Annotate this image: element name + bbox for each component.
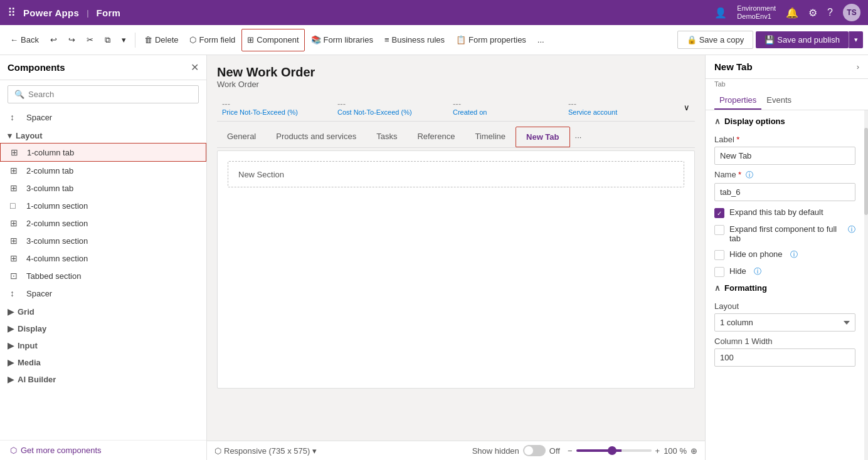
back-icon: ← [10, 35, 18, 44]
bell-icon[interactable]: 🔔 [786, 7, 798, 19]
sidebar-section-ai[interactable]: ▶ AI Builder [0, 370, 206, 387]
tab-tasks[interactable]: Tasks [366, 127, 407, 147]
name-input[interactable] [714, 183, 855, 201]
save-publish-button[interactable]: 💾 Save and publish [756, 31, 849, 48]
component-button[interactable]: ⊞ Component [241, 29, 304, 51]
sidebar-item-2column-tab[interactable]: ⊞ 2-column tab [0, 162, 206, 179]
zoom-plus[interactable]: + [655, 446, 660, 456]
scrollbar-thumb [864, 128, 868, 216]
sidebar-item-1column-section[interactable]: □ 1-column section [0, 197, 206, 214]
tab-new-tab[interactable]: New Tab [516, 127, 570, 147]
hide-phone-info-icon[interactable]: ⓘ [790, 249, 798, 260]
field-dots-1: --- [222, 99, 327, 108]
tab-timeline[interactable]: Timeline [465, 127, 516, 147]
display-options-header[interactable]: ∧ Display options [714, 110, 855, 130]
delete-button[interactable]: 🗑 Delete [139, 29, 184, 51]
form-content-area: New Section [217, 150, 695, 389]
toolbar-separator-1 [135, 33, 135, 48]
field-label-service: Service account [568, 108, 674, 116]
sidebar-item-spacer-top[interactable]: ↕ Spacer [0, 108, 206, 126]
sidebar-section-grid[interactable]: ▶ Grid [0, 302, 206, 319]
help-icon[interactable]: ? [827, 7, 833, 18]
responsive-arrow: ▾ [312, 446, 317, 456]
toggle-state: Off [549, 446, 560, 456]
sidebar-section-display[interactable]: ▶ Display [0, 319, 206, 336]
header-chevron[interactable]: ∨ [679, 100, 695, 115]
3column-tab-label: 3-column tab [26, 184, 73, 193]
copy-button[interactable]: ⧉ [100, 29, 115, 51]
avatar[interactable]: TS [843, 4, 860, 21]
layout-select[interactable]: 1 column 2 columns 3 columns [714, 313, 855, 332]
sidebar: Components ✕ 🔍 ↕ Spacer ▾ Layout ⊞ 1-col… [0, 55, 207, 460]
tab-events[interactable]: Events [761, 91, 797, 110]
save-publish-dropdown[interactable]: ▾ [849, 31, 863, 48]
form-field-icon: ⬡ [189, 35, 196, 44]
sidebar-section-media[interactable]: ▶ Media [0, 353, 206, 370]
header-field-price: --- Price Not-To-Exceed (%) [217, 97, 332, 118]
sidebar-item-spacer[interactable]: ↕ Spacer [0, 285, 206, 302]
tab-products-services[interactable]: Products and services [266, 127, 366, 147]
right-panel-title: New Tab [714, 61, 753, 72]
save-copy-icon: 🔒 [687, 35, 697, 44]
undo-button[interactable]: ↩ [45, 29, 62, 51]
sidebar-item-tabbed-section[interactable]: ⊡ Tabbed section [0, 267, 206, 285]
show-hidden-toggle[interactable] [523, 445, 546, 456]
expand-first-info-icon[interactable]: ⓘ [848, 224, 855, 235]
col1-width-input[interactable] [714, 348, 855, 367]
tab-reference[interactable]: Reference [407, 127, 465, 147]
redo-button[interactable]: ↪ [63, 29, 80, 51]
business-rules-label: Business rules [392, 35, 445, 44]
tab-more-button[interactable]: ··· [570, 127, 587, 147]
expand-tab-checkbox[interactable]: ✓ [714, 208, 724, 218]
person-icon[interactable]: 👤 [714, 7, 727, 19]
sidebar-item-1column-tab[interactable]: ⊞ 1-column tab [0, 143, 206, 162]
search-input[interactable] [28, 90, 192, 99]
spacer-label: Spacer [26, 113, 52, 122]
3column-section-label: 3-column section [26, 236, 88, 246]
grid-icon[interactable]: ⠿ [8, 6, 16, 19]
form-properties-button[interactable]: 📋 Form properties [451, 29, 531, 51]
name-required-star: * [738, 170, 741, 179]
tab-general[interactable]: General [217, 127, 266, 147]
hide-checkbox[interactable] [714, 267, 724, 277]
hide-phone-checkbox[interactable] [714, 250, 724, 260]
save-publish-icon: 💾 [765, 35, 775, 44]
save-copy-label: Save a copy [699, 35, 744, 44]
expand-first-checkbox[interactable] [714, 225, 724, 235]
back-button[interactable]: ← Back [5, 29, 44, 51]
formatting-header[interactable]: ∧ Formatting [714, 277, 855, 296]
save-copy-button[interactable]: 🔒 Save a copy [677, 31, 754, 49]
get-more-components[interactable]: ⬡ Get more components [0, 440, 206, 460]
hide-info-icon[interactable]: ⓘ [754, 266, 761, 277]
sidebar-close-button[interactable]: ✕ [191, 61, 199, 73]
form-field-button[interactable]: ⬡ Form field [184, 29, 240, 51]
more-undo-button[interactable]: ▾ [117, 29, 131, 51]
business-rules-button[interactable]: ≡ Business rules [379, 29, 450, 51]
zoom-slider[interactable] [576, 449, 652, 452]
tab-properties[interactable]: Properties [714, 91, 761, 110]
field-label-cost: Cost Not-To-Exceed (%) [337, 108, 443, 116]
cut-button[interactable]: ✂ [82, 29, 98, 51]
name-info-icon[interactable]: ⓘ [746, 170, 753, 179]
more-toolbar-button[interactable]: ... [532, 29, 549, 51]
form-field-label: Form field [199, 35, 235, 44]
sidebar-item-3column-tab[interactable]: ⊞ 3-column tab [0, 179, 206, 197]
sidebar-item-4column-section[interactable]: ⊞ 4-column section [0, 249, 206, 267]
show-hidden-group: Show hidden Off [472, 445, 560, 456]
responsive-dropdown[interactable]: ⬡ Responsive (735 x 575) ▾ [214, 446, 317, 456]
sidebar-section-layout[interactable]: ▾ Layout [0, 126, 206, 143]
right-panel-chevron[interactable]: › [857, 62, 859, 71]
sidebar-item-2column-section[interactable]: ⊞ 2-column section [0, 214, 206, 232]
1column-section-icon: □ [10, 201, 21, 211]
sidebar-header: Components ✕ [0, 55, 206, 80]
delete-icon: 🗑 [144, 35, 152, 44]
zoom-minus[interactable]: − [568, 446, 573, 456]
sidebar-item-3column-section[interactable]: ⊞ 3-column section [0, 232, 206, 249]
zoom-target-icon[interactable]: ⊕ [691, 446, 697, 456]
form-libraries-button[interactable]: 📚 Form libraries [306, 29, 378, 51]
sidebar-section-input[interactable]: ▶ Input [0, 336, 206, 353]
1column-section-label: 1-column section [26, 201, 88, 211]
responsive-label: Responsive (735 x 575) [224, 446, 310, 456]
settings-icon[interactable]: ⚙ [808, 7, 817, 19]
label-input[interactable] [714, 147, 855, 165]
